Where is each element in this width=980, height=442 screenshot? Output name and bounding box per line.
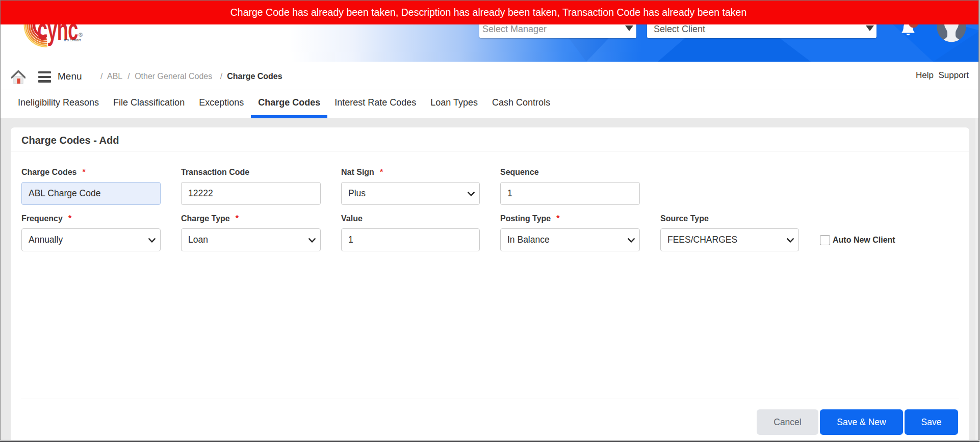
- svg-text:cync: cync: [37, 23, 78, 46]
- svg-text:It's Smart: It's Smart: [64, 38, 81, 42]
- svg-text:®: ®: [79, 32, 83, 38]
